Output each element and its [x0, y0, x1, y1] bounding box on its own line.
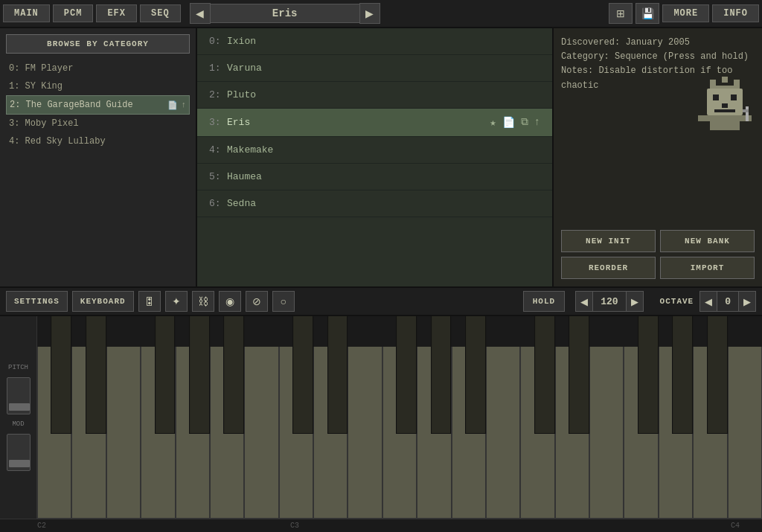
piano-keys [37, 316, 762, 519]
link-icon-button[interactable]: ⛓ [192, 291, 214, 312]
list-item[interactable]: 0: FM Player [6, 60, 190, 77]
preset-prev-button[interactable]: ◀ [190, 3, 211, 24]
white-key[interactable] [520, 347, 554, 519]
white-key[interactable] [141, 347, 175, 519]
share-icon: ↑ [181, 100, 186, 110]
cancel-icon: ⊘ [252, 295, 261, 307]
grid-icon-button[interactable]: ⊞ [609, 3, 633, 24]
import-button[interactable]: IMPORT [660, 257, 755, 279]
new-init-button[interactable]: NEW INIT [561, 230, 656, 252]
record-icon-button[interactable]: ○ [272, 291, 295, 312]
svg-rect-1 [722, 77, 728, 83]
link-icon: ⛓ [198, 295, 208, 307]
svg-rect-6 [731, 94, 737, 100]
browse-by-category-button[interactable]: BROWSE BY CATEGORY [6, 34, 190, 54]
list-item[interactable]: 1: SY King [6, 77, 190, 95]
doc-icon: 📄 [167, 100, 178, 110]
center-panel: 0: Ixion 1: Varuna 2: Pluto 3: Eris ★ 📄 … [197, 28, 554, 286]
mod-label: MOD [12, 420, 24, 428]
svg-rect-9 [710, 115, 740, 130]
info-button[interactable]: INFO [712, 4, 759, 22]
white-key[interactable] [624, 347, 658, 519]
midi-icon-button[interactable]: 🎛 [138, 291, 161, 312]
svg-rect-3 [710, 86, 740, 89]
bpm-section: ◀ 120 ▶ [575, 291, 643, 312]
new-bank-button[interactable]: NEW BANK [660, 230, 755, 252]
hold-button[interactable]: HOLD [523, 291, 565, 312]
white-key[interactable] [452, 347, 486, 519]
preset-item-5[interactable]: 5: Haumea [197, 164, 552, 190]
preset-item-4[interactable]: 4: Makemake [197, 137, 552, 164]
tab-pcm[interactable]: PCM [53, 4, 94, 22]
octave-increase-button[interactable]: ▶ [738, 291, 756, 312]
white-key[interactable] [693, 347, 727, 519]
octave-decrease-button[interactable]: ◀ [699, 291, 717, 312]
mod-handle [9, 460, 30, 467]
bluetooth-icon: ✦ [172, 295, 181, 307]
layers-icon[interactable]: ⧉ [521, 116, 528, 129]
preset-item-2[interactable]: 2: Pluto [197, 82, 552, 109]
c3-label: C3 [290, 522, 299, 530]
pitch-label: PITCH [8, 364, 28, 371]
svg-rect-10 [698, 115, 710, 121]
list-item[interactable]: 4: Red Sky Lullaby [6, 132, 190, 150]
preset-item-1[interactable]: 1: Varuna [197, 55, 552, 82]
touch-icon: ◉ [225, 295, 234, 307]
grid-icon: ⊞ [616, 7, 625, 19]
white-key[interactable] [555, 347, 589, 519]
c2-label: C2 [37, 522, 46, 530]
keyboard-inner: PITCH MOD [0, 316, 762, 519]
category-text: Category: Sequence (Press and hold) [561, 50, 755, 64]
bpm-increase-button[interactable]: ▶ [626, 291, 644, 312]
white-key[interactable] [382, 347, 417, 519]
preset-item-6[interactable]: 6: Sedna [197, 190, 552, 217]
pitch-slider[interactable] [7, 377, 31, 414]
white-key[interactable] [37, 347, 71, 519]
white-key[interactable] [659, 347, 693, 519]
svg-rect-7 [722, 103, 728, 108]
left-panel: BROWSE BY CATEGORY 0: FM Player 1: SY Ki… [0, 28, 197, 286]
list-item-active[interactable]: 2: The GarageBand Guide 📄 ↑ [6, 95, 190, 115]
keyboard-button[interactable]: KEYBOARD [72, 291, 134, 312]
cancel-icon-button[interactable]: ⊘ [246, 291, 268, 312]
preset-item-3-selected[interactable]: 3: Eris ★ 📄 ⧉ ↑ [197, 109, 552, 137]
more-button[interactable]: MORE [662, 4, 709, 22]
star-icon[interactable]: ★ [490, 116, 496, 129]
settings-button[interactable]: SETTINGS [6, 291, 68, 312]
preset-next-button[interactable]: ▶ [359, 3, 380, 24]
white-key[interactable] [279, 347, 313, 519]
tab-seq[interactable]: SEQ [140, 4, 181, 22]
pitch-mod-controls: PITCH MOD [0, 316, 37, 519]
svg-rect-12 [746, 106, 749, 121]
doc-icon[interactable]: 📄 [502, 116, 515, 129]
midi-icon: 🎛 [144, 295, 155, 307]
save-button[interactable]: 💾 [635, 3, 659, 24]
pitch-handle [9, 403, 30, 411]
mod-slider[interactable] [7, 434, 31, 471]
octave-value: 0 [717, 291, 738, 312]
white-key[interactable] [348, 347, 382, 519]
octave-section: OCTAVE ◀ 0 ▶ [654, 291, 756, 312]
white-key[interactable] [728, 347, 762, 519]
bluetooth-icon-button[interactable]: ✦ [165, 291, 188, 312]
list-item[interactable]: 3: Moby Pixel [6, 115, 190, 132]
white-key[interactable] [176, 347, 210, 519]
share-icon[interactable]: ↑ [534, 116, 540, 129]
touch-icon-button[interactable]: ◉ [219, 291, 241, 312]
tab-main[interactable]: MAIN [3, 4, 50, 22]
bpm-decrease-button[interactable]: ◀ [575, 291, 593, 312]
white-key[interactable] [244, 347, 278, 519]
white-key[interactable] [313, 347, 348, 519]
action-buttons: NEW INIT NEW BANK REORDER IMPORT [561, 230, 755, 279]
tab-efx[interactable]: EFX [96, 4, 137, 22]
white-key[interactable] [210, 347, 244, 519]
white-key[interactable] [417, 347, 451, 519]
svg-rect-8 [714, 109, 735, 112]
reorder-button[interactable]: REORDER [561, 257, 656, 279]
white-key[interactable] [106, 347, 141, 519]
white-key[interactable] [486, 347, 520, 519]
white-key[interactable] [589, 347, 624, 519]
floppy-icon: 💾 [641, 7, 654, 19]
white-key[interactable] [71, 347, 106, 519]
preset-item-0[interactable]: 0: Ixion [197, 28, 552, 55]
